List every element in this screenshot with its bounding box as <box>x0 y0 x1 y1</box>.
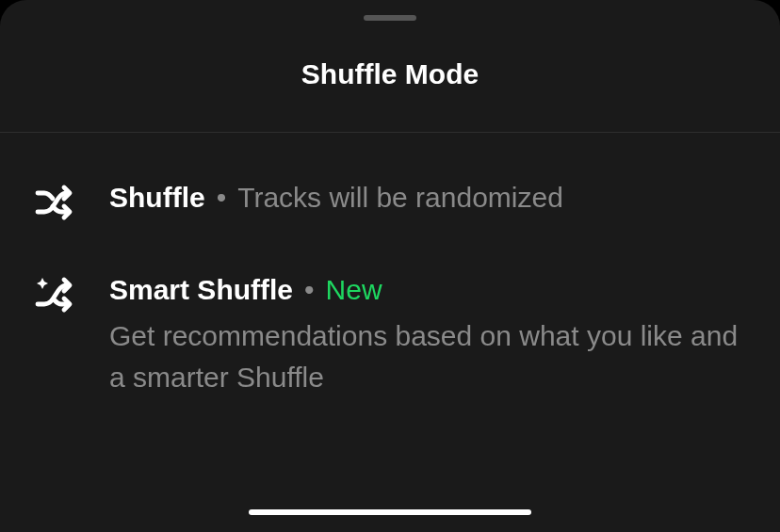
option-shuffle[interactable]: Shuffle • Tracks will be randomized <box>32 170 748 263</box>
separator-dot: • <box>217 184 227 212</box>
option-title-row: Shuffle • Tracks will be randomized <box>109 182 748 214</box>
sheet-title: Shuffle Mode <box>0 58 780 90</box>
shuffle-icon <box>32 180 77 225</box>
option-description: Get recommendations based on what you li… <box>109 315 748 397</box>
option-smart-shuffle[interactable]: Smart Shuffle • New Get recommendations … <box>32 263 748 435</box>
smart-shuffle-icon <box>32 272 77 317</box>
option-title-row: Smart Shuffle • New <box>109 274 748 306</box>
new-badge: New <box>326 274 382 306</box>
separator-dot: • <box>304 276 315 304</box>
sheet-header: Shuffle Mode <box>0 21 780 133</box>
home-indicator[interactable] <box>249 509 531 515</box>
option-body: Smart Shuffle • New Get recommendations … <box>109 272 748 397</box>
option-title: Shuffle <box>109 182 205 214</box>
option-body: Shuffle • Tracks will be randomized <box>109 180 748 214</box>
options-list: Shuffle • Tracks will be randomized Smar <box>0 133 780 435</box>
option-title: Smart Shuffle <box>109 274 293 306</box>
shuffle-mode-sheet: Shuffle Mode Shuffle • Tracks will be ra… <box>0 0 780 532</box>
option-inline-sub: Tracks will be randomized <box>237 182 563 214</box>
